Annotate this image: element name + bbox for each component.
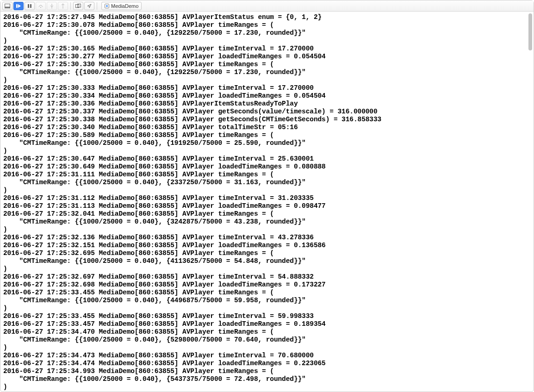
svg-point-7 [51, 7, 52, 8]
log-line: "CMTimeRange: {{1000/25000 = 0.040}, {44… [3, 297, 526, 305]
log-line: 2016-06-27 17:25:30.277 MediaDemo[860:63… [3, 53, 526, 61]
log-line: 2016-06-27 17:25:34.993 MediaDemo[860:63… [3, 367, 526, 375]
log-line: 2016-06-27 17:25:32.698 MediaDemo[860:63… [3, 281, 526, 289]
log-line: 2016-06-27 17:25:30.589 MediaDemo[860:63… [3, 131, 526, 139]
log-line: "CMTimeRange: {{1000/25000 = 0.040}, {54… [3, 375, 526, 383]
svg-rect-2 [16, 4, 18, 8]
log-line: "CMTimeRange: {{1000/25000 = 0.040}, {23… [3, 179, 526, 187]
log-line: 2016-06-27 17:25:33.455 MediaDemo[860:63… [3, 312, 526, 320]
log-line: "CMTimeRange: {{1000/25000 = 0.040}, {12… [3, 29, 526, 37]
log-line: 2016-06-27 17:25:30.165 MediaDemo[860:63… [3, 45, 526, 53]
app-icon [105, 4, 109, 8]
log-line: 2016-06-27 17:25:30.647 MediaDemo[860:63… [3, 155, 526, 163]
step-over-button[interactable] [36, 2, 46, 10]
step-out-button[interactable] [58, 2, 68, 10]
log-line: ) [3, 147, 526, 155]
log-line: ) [3, 187, 526, 194]
simulate-location-button[interactable] [84, 2, 94, 10]
log-line: 2016-06-27 17:25:33.457 MediaDemo[860:63… [3, 320, 526, 328]
toggle-debug-area-button[interactable] [2, 2, 12, 10]
log-line: 2016-06-27 17:25:30.338 MediaDemo[860:63… [3, 116, 526, 124]
scheme-label: MediaDemo [111, 3, 138, 9]
svg-rect-1 [5, 6, 10, 8]
log-line: 2016-06-27 17:25:31.113 MediaDemo[860:63… [3, 202, 526, 210]
log-line: 2016-06-27 17:25:27.945 MediaDemo[860:63… [3, 13, 526, 21]
log-line: 2016-06-27 17:25:30.340 MediaDemo[860:63… [3, 124, 526, 131]
debug-toolbar: MediaDemo [0, 0, 534, 12]
log-line: 2016-06-27 17:25:34.473 MediaDemo[860:63… [3, 352, 526, 360]
log-line: 2016-06-27 17:25:30.333 MediaDemo[860:63… [3, 84, 526, 92]
console-area: 2016-06-27 17:25:27.945 MediaDemo[860:63… [0, 12, 534, 392]
log-line: 2016-06-27 17:25:32.697 MediaDemo[860:63… [3, 273, 526, 281]
log-line: 2016-06-27 17:25:30.337 MediaDemo[860:63… [3, 108, 526, 116]
svg-rect-4 [30, 4, 31, 8]
svg-point-9 [62, 7, 63, 8]
log-line: "CMTimeRange: {{1000/25000 = 0.040}, {12… [3, 68, 526, 76]
log-line: 2016-06-27 17:25:32.151 MediaDemo[860:63… [3, 242, 526, 249]
log-line: 2016-06-27 17:25:30.334 MediaDemo[860:63… [3, 92, 526, 100]
pause-execution-button[interactable] [25, 2, 35, 10]
toolbar-separator [70, 2, 71, 10]
log-line: ) [3, 265, 526, 273]
toolbar-separator [97, 2, 97, 10]
log-line: 2016-06-27 17:25:31.112 MediaDemo[860:63… [3, 194, 526, 202]
log-line: ) [3, 344, 526, 352]
log-line: "CMTimeRange: {{1000/25000 = 0.040}, {52… [3, 336, 526, 344]
log-line: ) [3, 37, 526, 45]
continue-execution-button[interactable] [13, 2, 24, 10]
debug-view-hierarchy-button[interactable] [73, 2, 83, 10]
svg-rect-3 [28, 4, 29, 8]
log-line: 2016-06-27 17:25:32.136 MediaDemo[860:63… [3, 234, 526, 242]
log-line: ) [3, 76, 526, 84]
vertical-scrollbar[interactable] [528, 12, 533, 391]
log-line: 2016-06-27 17:25:34.470 MediaDemo[860:63… [3, 328, 526, 336]
log-line: 2016-06-27 17:25:30.330 MediaDemo[860:63… [3, 61, 526, 68]
log-line: ) [3, 226, 526, 234]
scroll-thumb[interactable] [528, 13, 532, 50]
log-line: 2016-06-27 17:25:33.455 MediaDemo[860:63… [3, 289, 526, 297]
debug-console-window: MediaDemo 2016-06-27 17:25:27.945 MediaD… [0, 0, 534, 392]
log-line: 2016-06-27 17:25:31.111 MediaDemo[860:63… [3, 171, 526, 179]
svg-point-5 [40, 7, 41, 8]
log-line: 2016-06-27 17:25:32.695 MediaDemo[860:63… [3, 249, 526, 257]
log-line: ) [3, 383, 526, 391]
log-line: 2016-06-27 17:25:32.041 MediaDemo[860:63… [3, 210, 526, 218]
log-line: 2016-06-27 17:25:30.078 MediaDemo[860:63… [3, 21, 526, 29]
process-selector[interactable]: MediaDemo [101, 2, 142, 10]
log-line: "CMTimeRange: {{1000/25000 = 0.040}, {19… [3, 139, 526, 147]
log-line: 2016-06-27 17:25:30.336 MediaDemo[860:63… [3, 100, 526, 108]
step-into-button[interactable] [47, 2, 57, 10]
log-line: ) [3, 305, 526, 312]
console-output[interactable]: 2016-06-27 17:25:27.945 MediaDemo[860:63… [0, 12, 527, 392]
log-line: 2016-06-27 17:25:30.649 MediaDemo[860:63… [3, 163, 526, 171]
log-line: "CMTimeRange: {{1000/25000 = 0.040}, {32… [3, 218, 526, 226]
log-line: "CMTimeRange: {{1000/25000 = 0.040}, {41… [3, 257, 526, 265]
log-line: 2016-06-27 17:25:34.474 MediaDemo[860:63… [3, 360, 526, 367]
